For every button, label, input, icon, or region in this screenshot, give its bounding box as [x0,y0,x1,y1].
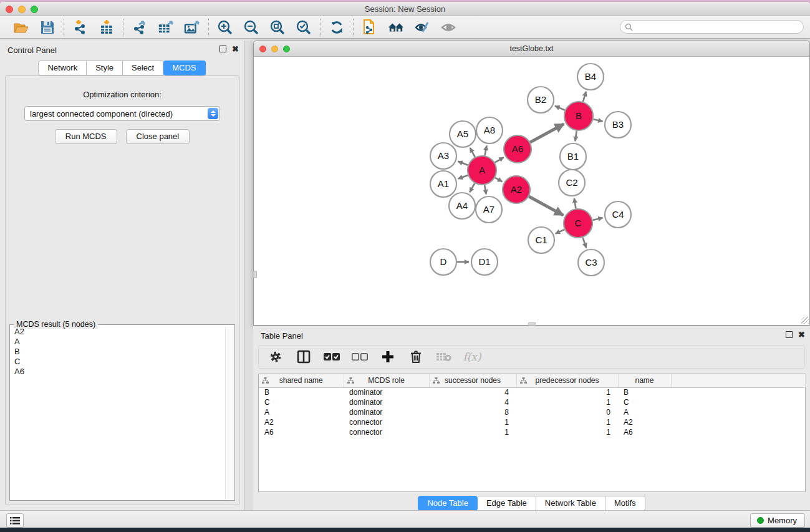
table-cell[interactable]: B [618,387,671,397]
zoom-selected-icon[interactable] [296,19,312,36]
table-cell[interactable]: 1 [429,417,516,427]
table-cell[interactable]: A6 [618,427,671,437]
graph-node-B3[interactable]: B3 [605,112,631,138]
delete-table-icon[interactable] [436,349,452,365]
table-cell[interactable]: A2 [259,417,344,427]
table-cell[interactable]: 8 [429,407,516,417]
zoom-in-icon[interactable] [217,19,233,36]
node-table[interactable]: shared nameMCDS rolesuccessor nodesprede… [259,374,806,437]
graph-edge-C-C1[interactable] [556,230,565,234]
graph-node-B1[interactable]: B1 [560,143,586,170]
graph-node-D[interactable]: D [430,249,456,275]
table-row[interactable]: Adominator80A [259,407,805,417]
graph-node-A5[interactable]: A5 [450,121,476,147]
memory-button[interactable]: Memory [750,513,805,528]
table-cell[interactable]: connector [344,427,429,437]
graph-node-C[interactable]: C [564,209,592,238]
mcds-result-scrollbar[interactable] [225,327,234,500]
table-row[interactable]: A6connector11A6 [259,427,805,437]
float-panel-icon[interactable] [219,46,226,52]
refresh-icon[interactable] [329,19,345,36]
select-all-icon[interactable] [324,349,340,365]
add-column-icon[interactable] [380,349,396,365]
splitter-handle[interactable] [253,271,257,278]
unselect-all-icon[interactable] [352,349,368,365]
close-panel-icon[interactable]: ✖ [232,46,239,52]
graph-node-D1[interactable]: D1 [471,249,498,275]
search-input[interactable] [635,21,803,32]
graph-node-A3[interactable]: A3 [430,143,456,169]
table-cell[interactable]: 1 [429,427,516,437]
delete-column-icon[interactable] [408,349,424,365]
graph-edge-A-A1[interactable] [458,175,468,179]
save-session-icon[interactable] [39,19,55,36]
graph-node-C4[interactable]: C4 [605,201,631,228]
graph-edge-A-A3[interactable] [458,162,468,165]
task-history-button[interactable] [6,513,24,528]
table-cell[interactable]: 1 [516,427,618,437]
column-header-name[interactable]: name [618,374,671,387]
home-icon[interactable] [388,19,404,36]
style-preview-icon[interactable] [414,19,430,36]
graph-node-B4[interactable]: B4 [577,64,604,90]
table-cell[interactable]: connector [344,417,429,427]
graph-edge-B-B1[interactable] [575,131,576,141]
table-cell[interactable]: A6 [259,427,344,437]
graph-node-A6[interactable]: A6 [504,135,531,163]
graph-edge-B-B3[interactable] [593,119,602,121]
graph-edge-A2-C[interactable] [529,196,563,215]
table-tab-motifs[interactable]: Motifs [605,496,645,511]
mcds-result-item[interactable]: B [11,347,225,357]
export-table-icon[interactable] [158,19,174,36]
table-cell[interactable]: dominator [344,387,429,397]
table-cell[interactable] [671,427,805,437]
graph-node-B2[interactable]: B2 [528,87,554,113]
open-session-icon[interactable] [13,19,29,36]
graph-node-A1[interactable]: A1 [430,171,456,197]
table-cell[interactable]: 4 [429,387,516,397]
graph-edge-B-B2[interactable] [555,106,565,110]
graph-node-A7[interactable]: A7 [476,196,502,223]
table-cell[interactable] [671,397,805,407]
table-cell[interactable]: 1 [516,387,618,397]
close-panel-button[interactable]: Close panel [126,129,190,144]
table-cell[interactable]: dominator [344,397,429,407]
mcds-result-item[interactable]: A [11,337,225,347]
column-header-successor-nodes[interactable]: successor nodes [429,374,516,387]
close-panel-icon[interactable]: ✖ [798,331,805,338]
graph-edge-A-A5[interactable] [470,148,475,157]
network-graph[interactable]: AA1A2A3A4A5A6A7A8BB1B2B3B4CC1C2C3C4DD1 [254,57,809,325]
show-hide-icon[interactable] [440,19,456,36]
graph-node-B[interactable]: B [564,102,593,130]
function-builder-icon[interactable]: f(x) [464,349,480,365]
graph-edge-A-A2[interactable] [495,178,503,181]
graph-node-A4[interactable]: A4 [449,193,475,219]
mcds-result-list[interactable]: A2ABCA6 [11,327,225,500]
tab-network[interactable]: Network [38,60,87,75]
search-box[interactable] [620,20,804,34]
graph-edge-C-C3[interactable] [583,238,587,248]
column-header-mcds-role[interactable]: MCDS role [344,374,429,387]
table-cell[interactable]: C [618,397,671,407]
mcds-result-item[interactable]: C [11,357,225,367]
table-cell[interactable]: 1 [516,417,618,427]
table-tab-edge-table[interactable]: Edge Table [478,496,536,511]
column-header-predecessor-nodes[interactable]: predecessor nodes [516,374,618,387]
export-image-icon[interactable] [184,19,200,36]
mcds-result-item[interactable]: A6 [11,367,225,377]
column-header-shared-name[interactable]: shared name [259,374,344,387]
network-canvas[interactable]: AA1A2A3A4A5A6A7A8BB1B2B3B4CC1C2C3C4DD1 [254,57,809,325]
table-cell[interactable]: A2 [618,417,671,427]
table-tab-node-table[interactable]: Node Table [418,496,478,511]
splitter-handle[interactable] [528,322,536,326]
graph-edge-C-C2[interactable] [574,198,576,209]
tab-select[interactable]: Select [123,60,163,75]
table-cell[interactable]: A [259,407,344,417]
table-cell[interactable]: B [259,387,344,397]
settings-gear-icon[interactable] [268,349,284,365]
mcds-result-item[interactable]: A2 [11,327,225,337]
table-cell[interactable] [671,417,805,427]
tab-style[interactable]: Style [87,60,123,75]
graph-node-C3[interactable]: C3 [578,249,604,276]
table-cell[interactable] [671,387,805,397]
